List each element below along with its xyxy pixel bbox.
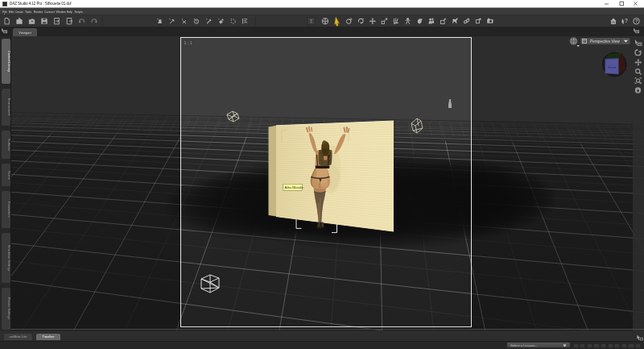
svg-text:?: ? — [635, 19, 638, 23]
svg-text:DA: DA — [612, 20, 615, 23]
svg-text:Front: Front — [609, 65, 617, 69]
svg-text:1 : 1: 1 : 1 — [184, 40, 192, 45]
svg-text:?: ? — [625, 18, 628, 23]
svg-text:Aiko Blonde: Aiko Blonde — [285, 185, 304, 189]
svg-text:Perspective View: Perspective View — [590, 39, 620, 44]
